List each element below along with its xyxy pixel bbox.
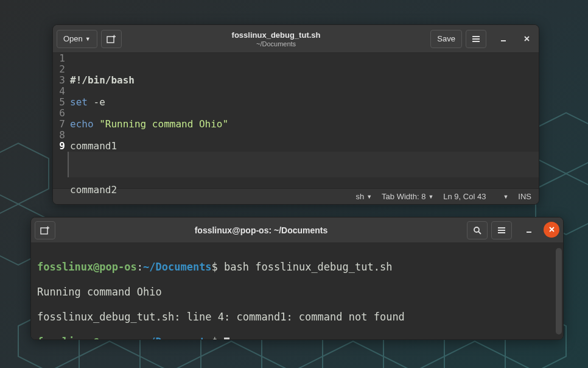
- terminal-title-area: fosslinux@pop-os: ~/Documents: [59, 225, 463, 235]
- line-number: 8: [58, 130, 65, 141]
- line-number: 3: [58, 75, 65, 86]
- line-number: 2: [58, 64, 65, 75]
- window-controls: [520, 222, 559, 239]
- save-button[interactable]: Save: [430, 30, 462, 48]
- minimize-icon: [525, 227, 533, 234]
- terminal-title: fosslinux@pop-os: ~/Documents: [59, 225, 463, 235]
- new-tab-button[interactable]: [35, 221, 55, 239]
- line-number-gutter: 1 2 3 4 5 6 7 8 9: [53, 53, 68, 188]
- code-line: #!/bin/bash: [70, 75, 536, 86]
- hamburger-menu-button[interactable]: [491, 221, 512, 239]
- keyword: set: [70, 96, 88, 108]
- code-line: echo "Running command Ohio": [70, 119, 536, 130]
- hamburger-menu-button[interactable]: [466, 30, 486, 48]
- close-icon: [523, 35, 530, 42]
- close-button[interactable]: [544, 222, 559, 238]
- new-tab-button[interactable]: [101, 30, 122, 48]
- code-text: -e: [88, 96, 105, 108]
- prompt-sep: :: [137, 261, 143, 273]
- new-document-icon: [107, 35, 116, 43]
- line-number: 5: [58, 97, 65, 108]
- svg-point-16: [474, 227, 479, 232]
- terminal-titlebar: fosslinux@pop-os: ~/Documents: [31, 218, 563, 243]
- code-line: command1: [70, 141, 536, 152]
- svg-marker-12: [0, 143, 49, 204]
- line-number: 4: [58, 86, 65, 97]
- svg-rect-14: [107, 37, 114, 43]
- hamburger-icon: [472, 35, 480, 43]
- line-number: 1: [58, 53, 65, 64]
- code-margin-indicator: [68, 152, 539, 177]
- command-text: bash fosslinux_debug_tut.sh: [218, 261, 393, 273]
- search-icon: [473, 226, 481, 235]
- chevron-down-icon: ▼: [85, 36, 91, 42]
- code-text: command1: [70, 140, 117, 152]
- code-line: command2: [70, 185, 536, 196]
- prompt-path: ~/Documents: [143, 261, 212, 273]
- line-number-current: 9: [58, 141, 65, 152]
- terminal-scrollbar[interactable]: [556, 248, 562, 334]
- prompt-user: fosslinux@pop-os: [37, 261, 137, 273]
- code-line: set -e: [70, 97, 536, 108]
- prompt-dollar: $: [212, 261, 218, 273]
- terminal-line: fosslinux@pop-os:~/Documents$: [37, 336, 557, 340]
- close-icon: [548, 226, 555, 233]
- window-controls: [495, 30, 535, 48]
- terminal-cursor: [224, 338, 229, 340]
- svg-marker-7: [444, 341, 505, 368]
- keyword: echo: [70, 118, 94, 130]
- document-title: fosslinux_debug_tut.sh: [125, 30, 427, 40]
- minimize-icon: [500, 35, 507, 43]
- code-text: command2: [70, 184, 117, 196]
- line-number: 7: [58, 119, 65, 130]
- svg-marker-3: [201, 341, 262, 368]
- open-label: Open: [63, 34, 83, 43]
- document-path: ~/Documents: [125, 40, 427, 48]
- terminal-line: Running command Ohio: [37, 286, 557, 299]
- hamburger-icon: [497, 227, 506, 234]
- svg-marker-5: [323, 341, 383, 368]
- prompt-user: fosslinux@pop-os: [37, 336, 137, 340]
- terminal-window: fosslinux@pop-os: ~/Documents fosslinux@…: [30, 217, 564, 340]
- minimize-button[interactable]: [520, 222, 537, 239]
- svg-marker-11: [536, 113, 588, 174]
- new-tab-icon: [40, 226, 50, 235]
- prompt-dollar: $: [212, 336, 218, 340]
- code-content[interactable]: #!/bin/bash set -e echo "Running command…: [68, 53, 539, 188]
- editor-titlebar: Open ▼ fosslinux_debug_tut.sh ~/Document…: [53, 25, 539, 53]
- search-button[interactable]: [467, 221, 488, 239]
- terminal-body[interactable]: fosslinux@pop-os:~/Documents$ bash fossl…: [31, 243, 563, 339]
- minimize-button[interactable]: [495, 30, 512, 48]
- svg-rect-15: [41, 228, 47, 234]
- gedit-window: Open ▼ fosslinux_debug_tut.sh ~/Document…: [52, 24, 539, 205]
- code-area[interactable]: 1 2 3 4 5 6 7 8 9 #!/bin/bash set -e ech…: [53, 53, 539, 188]
- terminal-line: fosslinux_debug_tut.sh: line 4: command1…: [37, 311, 557, 324]
- shebang: #!/bin/bash: [70, 74, 135, 86]
- editor-title-area: fosslinux_debug_tut.sh ~/Documents: [125, 30, 427, 48]
- prompt-path: ~/Documents: [143, 336, 212, 340]
- prompt-sep: :: [137, 336, 143, 340]
- open-button[interactable]: Open ▼: [57, 30, 97, 48]
- terminal-line: fosslinux@pop-os:~/Documents$ bash fossl…: [37, 261, 557, 274]
- save-label: Save: [437, 34, 455, 43]
- string: "Running command Ohio": [99, 118, 228, 130]
- line-number: 6: [58, 108, 65, 119]
- close-button[interactable]: [518, 30, 535, 48]
- svg-marker-1: [79, 341, 140, 368]
